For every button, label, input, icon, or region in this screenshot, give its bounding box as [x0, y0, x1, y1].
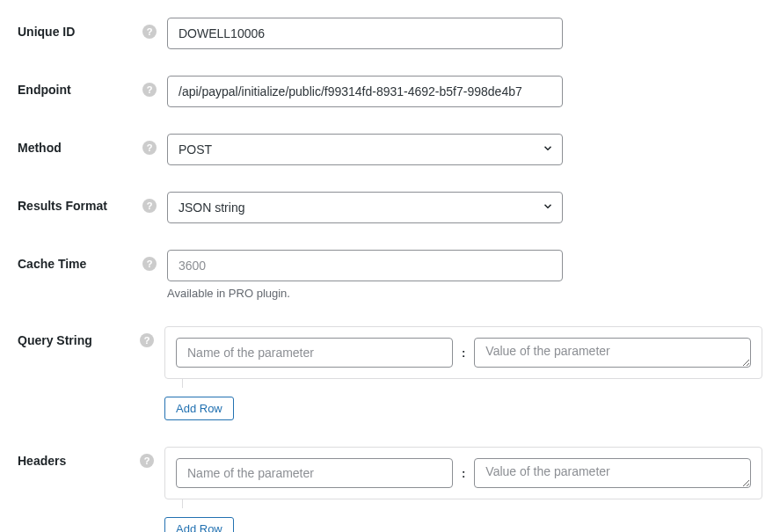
- param-row: :: [176, 458, 751, 488]
- input-unique-id[interactable]: [167, 18, 563, 49]
- help-text-cache-time: Available in PRO plugin.: [167, 287, 762, 300]
- row-query-string: Query String ? : Add Row: [18, 326, 762, 420]
- field-col-cache-time: Available in PRO plugin.: [167, 250, 762, 300]
- add-row-button[interactable]: Add Row: [164, 517, 234, 532]
- param-container-query-string: :: [164, 326, 762, 379]
- help-icon[interactable]: ?: [142, 25, 157, 39]
- param-colon: :: [460, 467, 467, 480]
- help-icon[interactable]: ?: [142, 141, 157, 155]
- field-col-unique-id: [167, 18, 762, 49]
- row-headers: Headers ? : Add Row: [18, 447, 762, 532]
- row-cache-time: Cache Time ? Available in PRO plugin.: [18, 250, 762, 300]
- input-endpoint[interactable]: [167, 76, 563, 107]
- label-col-unique-id: Unique ID ?: [18, 18, 167, 39]
- select-method[interactable]: POST: [167, 134, 563, 165]
- row-endpoint: Endpoint ?: [18, 76, 762, 107]
- input-param-name[interactable]: [176, 338, 453, 368]
- input-cache-time[interactable]: [167, 250, 563, 281]
- field-col-method: POST: [167, 134, 762, 165]
- param-container-headers: :: [164, 447, 762, 499]
- label-col-results-format: Results Format ?: [18, 192, 167, 213]
- add-row-button[interactable]: Add Row: [164, 397, 234, 420]
- label-col-cache-time: Cache Time ?: [18, 250, 167, 271]
- label-query-string: Query String: [18, 333, 92, 347]
- row-results-format: Results Format ? JSON string: [18, 192, 762, 223]
- select-results-format[interactable]: JSON string: [167, 192, 563, 223]
- input-param-value[interactable]: [474, 458, 751, 488]
- help-icon[interactable]: ?: [140, 333, 154, 347]
- label-endpoint: Endpoint: [18, 83, 71, 97]
- row-unique-id: Unique ID ?: [18, 18, 762, 49]
- label-cache-time: Cache Time: [18, 257, 86, 271]
- connector-line: [182, 379, 183, 388]
- label-unique-id: Unique ID: [18, 25, 75, 39]
- param-row: :: [176, 338, 751, 368]
- label-col-query-string: Query String ?: [18, 326, 164, 347]
- connector-line: [182, 499, 183, 508]
- select-wrapper-method: POST: [167, 134, 563, 165]
- select-wrapper-results-format: JSON string: [167, 192, 563, 223]
- label-method: Method: [18, 141, 62, 155]
- label-col-method: Method ?: [18, 134, 167, 155]
- field-col-results-format: JSON string: [167, 192, 762, 223]
- field-col-endpoint: [167, 76, 762, 107]
- help-icon[interactable]: ?: [142, 83, 157, 97]
- field-col-headers: : Add Row: [164, 447, 762, 532]
- help-icon[interactable]: ?: [142, 257, 157, 271]
- row-method: Method ? POST: [18, 134, 762, 165]
- input-param-name[interactable]: [176, 458, 453, 488]
- field-col-query-string: : Add Row: [164, 326, 762, 420]
- param-colon: :: [460, 346, 467, 360]
- help-icon[interactable]: ?: [142, 199, 157, 213]
- label-headers: Headers: [18, 454, 66, 468]
- label-col-endpoint: Endpoint ?: [18, 76, 167, 97]
- label-col-headers: Headers ?: [18, 447, 164, 468]
- help-icon[interactable]: ?: [140, 454, 154, 468]
- input-param-value[interactable]: [474, 338, 751, 368]
- label-results-format: Results Format: [18, 199, 107, 213]
